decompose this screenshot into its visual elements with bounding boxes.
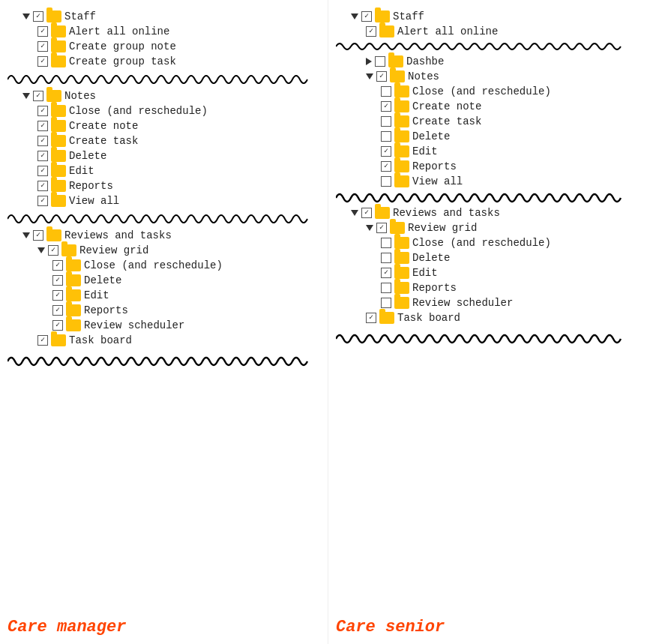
dashbe-folder-right [388,55,403,67]
delete-rg-label-left: Delete [84,274,121,286]
review-grid-folder-right [390,222,405,234]
notes-parent-left[interactable]: Notes [7,90,320,102]
reviews-tasks-parent-left[interactable]: Reviews and tasks [7,229,320,241]
notes-toggle-right[interactable] [366,73,373,79]
close-reschedule-rg-checkbox-left[interactable] [52,260,63,271]
view-all-notes-checkbox-right[interactable] [381,176,391,187]
reviews-tasks-toggle-right[interactable] [351,210,358,216]
staff-parent-right[interactable]: Staff [336,10,648,22]
close-reschedule-folder-left [51,105,66,117]
alert-all-online-folder-left [51,25,66,37]
review-grid-toggle-left[interactable] [37,247,45,253]
create-task-checkbox-left[interactable] [37,136,48,146]
delete-rg-left: Delete [7,274,320,286]
create-task-label-right: Create task [412,115,481,127]
reviews-tasks-checkbox-right[interactable] [361,208,372,218]
review-grid-checkbox-right[interactable] [376,223,387,233]
create-group-note-checkbox-left[interactable] [37,41,48,52]
review-grid-label-right: Review grid [408,222,477,234]
edit-notes-left: Edit [7,165,320,177]
reports-notes-label-left: Reports [69,180,113,192]
delete-rg-folder-left [66,274,81,286]
staff-checkbox-left[interactable] [33,11,43,22]
task-board-checkbox-right[interactable] [366,313,376,323]
reviews-tasks-label-right: Reviews and tasks [393,207,500,219]
delete-notes-checkbox-left[interactable] [37,151,48,161]
delete-notes-checkbox-right[interactable] [381,131,391,142]
close-reschedule-notes-folder-right [394,85,409,97]
view-all-notes-checkbox-left[interactable] [37,196,48,206]
close-reschedule-checkbox-left[interactable] [37,106,48,116]
care-senior-label: Care senior [336,618,445,637]
task-board-folder-left [51,334,66,346]
review-scheduler-checkbox-left[interactable] [52,320,63,331]
task-board-right: Task board [336,312,648,324]
review-grid-toggle-right[interactable] [366,225,373,231]
create-task-folder-right [394,115,409,127]
dashbe-parent-right[interactable]: Dashbe [336,55,648,67]
reports-rg-folder-left [66,304,81,316]
create-note-right: Create note [336,100,648,112]
reviews-tasks-toggle-left[interactable] [22,232,30,238]
delete-notes-left: Delete [7,150,320,162]
task-board-label-right: Task board [397,312,460,324]
create-note-left: Create note [7,120,320,132]
notes-checkbox-left[interactable] [33,91,43,101]
review-grid-parent-right[interactable]: Review grid [336,222,648,234]
create-group-task-folder-left [51,55,66,67]
staff-parent-left[interactable]: Staff [7,10,320,22]
reports-rg-checkbox-left[interactable] [52,305,63,316]
alert-all-online-right: Alert all online [336,25,648,37]
edit-rg-folder-right [394,267,409,279]
reports-notes-checkbox-left[interactable] [37,181,48,191]
delete-notes-folder-left [51,150,66,162]
create-group-task-checkbox-left[interactable] [37,56,48,67]
create-note-folder-right [394,100,409,112]
edit-rg-checkbox-right[interactable] [381,268,391,278]
edit-rg-checkbox-left[interactable] [52,290,63,301]
close-reschedule-rg-label-left: Close (and reschedule) [84,259,223,271]
create-note-label-left: Create note [69,120,138,132]
review-grid-checkbox-left[interactable] [48,245,58,256]
create-task-checkbox-right[interactable] [381,116,391,127]
reports-notes-checkbox-right[interactable] [381,161,391,172]
reports-rg-label-right: Reports [412,282,457,294]
reviews-tasks-parent-right[interactable]: Reviews and tasks [336,207,648,219]
jagged-divider-1 [7,72,320,85]
staff-toggle-right[interactable] [351,13,358,19]
alert-all-online-checkbox-left[interactable] [37,26,48,37]
edit-rg-folder-left [66,289,81,301]
review-scheduler-checkbox-right[interactable] [381,298,391,308]
notes-checkbox-right[interactable] [376,71,387,82]
review-scheduler-right: Review scheduler [336,297,648,309]
close-reschedule-notes-checkbox-right[interactable] [381,86,391,97]
edit-notes-checkbox-left[interactable] [37,166,48,176]
dashbe-toggle-right[interactable] [366,58,372,65]
review-grid-label-left: Review grid [79,244,148,256]
edit-notes-checkbox-right[interactable] [381,146,391,157]
staff-folder-left [46,10,61,22]
close-reschedule-rg-checkbox-right[interactable] [381,238,391,248]
create-note-checkbox-right[interactable] [381,101,391,112]
create-group-task-label-left: Create group task [69,55,176,67]
notes-folder-right [390,70,405,82]
notes-parent-right[interactable]: Notes [336,70,648,82]
edit-notes-label-right: Edit [412,145,438,157]
task-board-left: Task board [7,334,320,346]
review-grid-parent-left[interactable]: Review grid [7,244,320,256]
staff-checkbox-right[interactable] [361,11,372,22]
delete-rg-checkbox-right[interactable] [381,253,391,263]
reports-rg-checkbox-right[interactable] [381,283,391,293]
reports-notes-left: Reports [7,180,320,192]
view-all-notes-right: View all [336,175,648,187]
create-note-checkbox-left[interactable] [37,121,48,131]
close-reschedule-rg-folder-right [394,237,409,249]
task-board-checkbox-left[interactable] [37,335,48,346]
staff-toggle-left[interactable] [22,13,30,19]
notes-toggle-left[interactable] [22,93,30,99]
care-manager-label: Care manager [7,618,126,637]
delete-rg-checkbox-left[interactable] [52,275,63,286]
reviews-tasks-checkbox-left[interactable] [33,230,43,241]
dashbe-checkbox-right[interactable] [375,56,385,67]
alert-all-online-checkbox-right[interactable] [366,26,376,37]
